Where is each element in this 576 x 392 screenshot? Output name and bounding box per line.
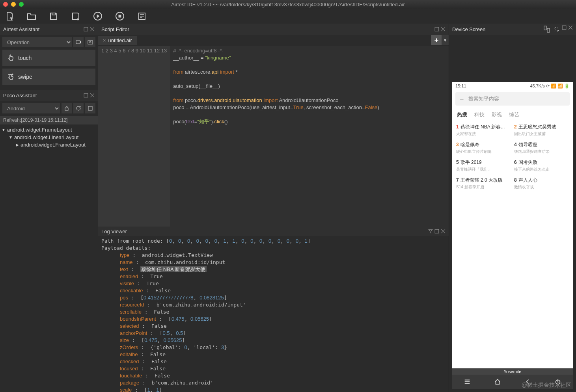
hot-item[interactable]: 3啥是佩奇暖心电影宣传片刷屏 (456, 139, 511, 157)
close-icon[interactable] (441, 229, 446, 234)
save-icon[interactable] (49, 11, 58, 21)
log-viewer-header: Log Viewer (98, 227, 449, 236)
restore-icon[interactable] (434, 229, 439, 234)
close-icon[interactable] (90, 93, 95, 98)
airtest-assistant-header: Airtest Assistant (0, 24, 98, 35)
window-title: Airtest IDE v1.2.0 ~~ /var/folders/ky/31… (0, 2, 576, 7)
inspect-button[interactable] (85, 103, 95, 113)
hot-item[interactable]: 6国考失败接下来的路该怎么走 (514, 157, 569, 175)
refresh-button[interactable] (73, 103, 84, 113)
hot-tab[interactable]: 热搜 (457, 111, 467, 118)
hot-item[interactable]: 1蔡徐坤任 NBA 新春...大家都在搜 (456, 121, 511, 139)
tab-dropdown[interactable]: ▾ (442, 35, 449, 45)
open-folder-icon[interactable] (27, 11, 36, 21)
poco-mode-select[interactable]: Android (2, 103, 60, 113)
watermark: @稀土掘金技术社区 (522, 382, 571, 389)
file-tab[interactable]: ×untitled.air (98, 36, 137, 45)
device-mirror[interactable]: 15:11 45.7K/s ⟳ 📶 📶 🔋 ← 搜索知乎内容 热搜科技影视综艺 … (452, 82, 573, 389)
script-editor-header: Script Editor (98, 24, 449, 35)
close-icon[interactable] (90, 27, 95, 32)
svg-point-8 (89, 41, 91, 43)
record-button[interactable] (73, 37, 84, 47)
new-file-icon[interactable] (5, 11, 14, 21)
refresh-timestamp: Refresh:[2019-01-19 15:11:12] (0, 116, 98, 124)
touch-button[interactable]: touch (2, 50, 95, 66)
svg-rect-9 (84, 93, 88, 97)
play-icon[interactable] (93, 11, 103, 21)
save-as-icon[interactable] (71, 11, 80, 21)
restore-icon[interactable] (562, 25, 567, 30)
search-bar[interactable]: ← 搜索知乎内容 (455, 92, 570, 106)
close-tab-icon[interactable]: × (103, 37, 106, 43)
svg-rect-7 (88, 41, 93, 44)
capture-button[interactable] (85, 37, 95, 47)
device-connect-icon[interactable] (543, 25, 551, 33)
main-toolbar (0, 9, 576, 24)
operation-select[interactable]: Operation (2, 37, 72, 47)
menu-icon[interactable] (464, 378, 471, 385)
svg-rect-11 (88, 106, 92, 110)
svg-rect-3 (119, 15, 121, 17)
add-tab-button[interactable]: + (431, 35, 442, 45)
search-placeholder: 搜索知乎内容 (468, 95, 499, 102)
code-editor[interactable]: 1 2 3 4 5 6 7 8 9 10 11 12 13 # -*- enco… (98, 46, 449, 227)
svg-rect-16 (562, 26, 566, 30)
swipe-button[interactable]: swipe (2, 69, 95, 85)
close-icon[interactable] (441, 27, 446, 32)
device-screen-header: Device Screen (449, 24, 576, 35)
device-tools-icon[interactable] (552, 25, 560, 33)
titlebar: Airtest IDE v1.2.0 ~~ /var/folders/ky/31… (0, 0, 576, 9)
hot-item[interactable]: 8声入人心激情收官战 (514, 175, 569, 192)
hot-item[interactable]: 7王者荣耀 2.0 大改版S14 新赛季开启 (456, 175, 511, 192)
hot-item[interactable]: 4领导霸座铁路局通报调查结果 (514, 139, 569, 157)
hot-item[interactable]: 5歌手 2019吴青峰演绎「我们」 (456, 157, 511, 175)
close-icon[interactable] (568, 25, 573, 30)
svg-rect-10 (65, 108, 68, 110)
hot-tab[interactable]: 综艺 (509, 111, 519, 118)
hot-tab[interactable]: 科技 (474, 111, 485, 118)
device-label: Yosemite (452, 368, 573, 375)
log-output[interactable]: Path from root node: [0, 0, 0, 0, 0, 0, … (98, 236, 449, 392)
home-icon[interactable] (494, 378, 501, 385)
svg-rect-14 (544, 26, 546, 30)
restore-icon[interactable] (434, 27, 439, 32)
restore-icon[interactable] (84, 27, 88, 32)
restore-icon[interactable] (84, 93, 88, 98)
hot-item[interactable]: 2王思聪怒怼吴秀波因出轨门女主被捕 (514, 121, 569, 139)
svg-rect-15 (547, 28, 550, 32)
hot-tab[interactable]: 影视 (492, 111, 502, 118)
svg-rect-6 (76, 41, 80, 44)
phone-statusbar: 15:11 45.7K/s ⟳ 📶 📶 🔋 (452, 82, 573, 90)
ui-tree[interactable]: ▼android.widget.FrameLayout ▼android.wid… (0, 124, 98, 150)
svg-rect-12 (435, 27, 439, 31)
svg-rect-13 (435, 229, 439, 233)
filter-icon[interactable] (428, 229, 433, 234)
report-icon[interactable] (137, 11, 147, 21)
back-arrow-icon[interactable]: ← (459, 96, 464, 102)
poco-assistant-header: Poco Assistant (0, 90, 98, 101)
svg-rect-5 (84, 27, 88, 31)
lock-button[interactable] (62, 103, 72, 113)
stop-icon[interactable] (115, 11, 125, 21)
